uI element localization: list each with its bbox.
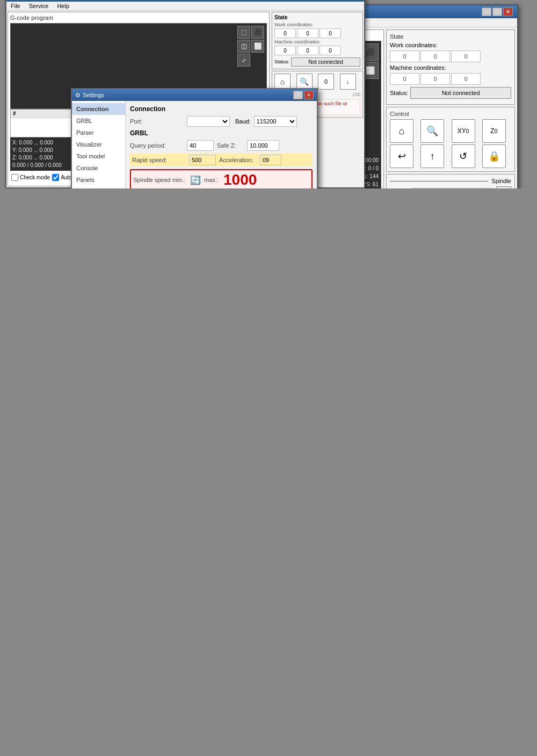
w2-wy: 0: [297, 28, 318, 38]
port-row: Port: Baud: 115200: [130, 116, 313, 127]
col-num2: #: [13, 111, 40, 117]
w2-ctrl-zero-xy2[interactable]: 0: [318, 74, 334, 90]
vis-btn2-cube-persp[interactable]: ⬛: [251, 26, 264, 39]
safe-z-input[interactable]: [247, 140, 279, 151]
port-select[interactable]: [187, 116, 230, 127]
check-label2[interactable]: Check mode: [11, 174, 50, 181]
vis-btn-row2b: ◫ ⬜: [237, 40, 264, 53]
vis-btn2-fullscreen[interactable]: ⤢: [237, 54, 250, 67]
w2-work-label: Work coordinates:: [274, 22, 360, 27]
connection-title: Connection: [130, 105, 313, 113]
rapid-input[interactable]: [189, 155, 216, 165]
w2-ctrl-zoom[interactable]: 🔍: [296, 74, 313, 90]
spindle-icon: 🔄: [190, 175, 201, 185]
sidebar-grbl[interactable]: GRBL: [72, 115, 125, 127]
sidebar-connection[interactable]: Connection: [72, 103, 125, 115]
dialog-titlebar: ⚙ Settings ? ✕: [72, 89, 317, 101]
rapid-row: Rapid speed: Acceleration:: [130, 154, 313, 166]
w2-state-section: State Work coordinates: 0 0 0 Machine co…: [272, 12, 363, 69]
window2: ⚙ grblControl ─ □ ✕ File Service Help G-…: [5, 0, 365, 188]
settings-dialog: ⚙ Settings ? ✕ Connection GRBL Parser Vi…: [71, 88, 318, 188]
w2-ctrl-zero-xy[interactable]: ⌂: [274, 74, 291, 90]
sidebar-console[interactable]: Console: [72, 162, 125, 174]
vis-btn-row2a: ⬚ ⬛: [237, 26, 264, 39]
dialog-main: Connection Port: Baud: 115200 GRBL Query…: [126, 101, 317, 188]
check-text2: Check mode: [20, 175, 50, 180]
accel-input[interactable]: [260, 155, 281, 165]
w2-state-title: State: [274, 14, 360, 20]
scroll-checkbox2[interactable]: [52, 174, 59, 181]
dialog-sidebar: Connection GRBL Parser Visualizer Tool m…: [72, 101, 126, 188]
rapid-label: Rapid speed:: [132, 157, 186, 163]
vis-btn2-cube-top[interactable]: ⬜: [251, 40, 264, 53]
sidebar-visualizer[interactable]: Visualizer: [72, 139, 125, 150]
port-label: Port:: [130, 118, 184, 125]
menubar2: File Service Help: [6, 2, 364, 11]
menu-help2[interactable]: Help: [57, 3, 69, 9]
sidebar-parser[interactable]: Parser: [72, 127, 125, 139]
w2-status-row: Status: Not connected: [274, 56, 360, 67]
sidebar-tool-model[interactable]: Tool model: [72, 150, 125, 162]
w2-work-coords: 0 0 0: [274, 28, 360, 38]
query-period-label: Query period:: [130, 142, 184, 149]
sidebar-colors[interactable]: Colors: [72, 186, 125, 188]
spindle-max-value: 1000: [223, 171, 257, 188]
baud-select[interactable]: 115200: [254, 116, 297, 127]
query-period-row: Query period: Safe Z:: [130, 140, 313, 151]
sidebar-panels[interactable]: Panels: [72, 174, 125, 186]
w2-wx: 0: [274, 28, 296, 38]
check-checkbox2[interactable]: [11, 174, 18, 181]
w2-ctrl-grid: ⌂ 🔍 0 ↓: [274, 74, 360, 90]
vis-btn2-cube-front[interactable]: ⬚: [237, 26, 250, 39]
w2-status-label: Status:: [274, 59, 289, 64]
dialog-close-button[interactable]: ✕: [304, 91, 314, 99]
gcode-title2: G-code program: [10, 14, 267, 21]
w2-ctrl-down[interactable]: ↓: [340, 74, 356, 90]
dialog-content: Connection GRBL Parser Visualizer Tool m…: [72, 101, 317, 188]
w2-status-btn[interactable]: Not connected: [291, 57, 360, 67]
accel-label: Acceleration:: [219, 157, 257, 163]
w2-mx: 0: [274, 46, 296, 55]
w2-my: 0: [297, 46, 318, 55]
query-period-input[interactable]: [187, 140, 214, 151]
menu-service2[interactable]: Service: [29, 3, 49, 9]
spindle-min-label: Spindle speed min.:: [133, 177, 187, 183]
w2-wz: 0: [320, 28, 341, 38]
spindle-max-label: max.:: [204, 177, 220, 183]
vis-toolbar2: ⬚ ⬛ ◫ ⬜ ⤢: [237, 26, 264, 67]
vis-btn2-cube-side[interactable]: ◫: [237, 40, 250, 53]
w2-machine-label: Machine coordinates:: [274, 39, 360, 45]
dialog-help-button[interactable]: ?: [293, 91, 303, 99]
baud-label: Baud:: [235, 118, 251, 125]
settings-title: Settings: [83, 92, 104, 98]
w2-mz: 0: [320, 46, 341, 55]
spindle-row: Spindle speed min.: 🔄 max.: 1000: [130, 169, 313, 188]
dialog-title-buttons: ? ✕: [293, 91, 314, 99]
safe-z-label: Safe Z:: [217, 142, 244, 149]
settings-icon: ⚙: [75, 92, 81, 99]
menu-file2[interactable]: File: [11, 3, 20, 9]
w2-machine-coords: 0 0 0: [274, 46, 360, 55]
window2-wrapper: ⚙ grblControl ─ □ ✕ File Service Help G-…: [0, 0, 537, 188]
vis-btn-row2c: ⤢: [237, 54, 264, 67]
grbl-title: GRBL: [130, 129, 313, 137]
w2-jog-num2: 100: [352, 92, 360, 97]
dialog-titlebar-left: ⚙ Settings: [75, 92, 104, 99]
